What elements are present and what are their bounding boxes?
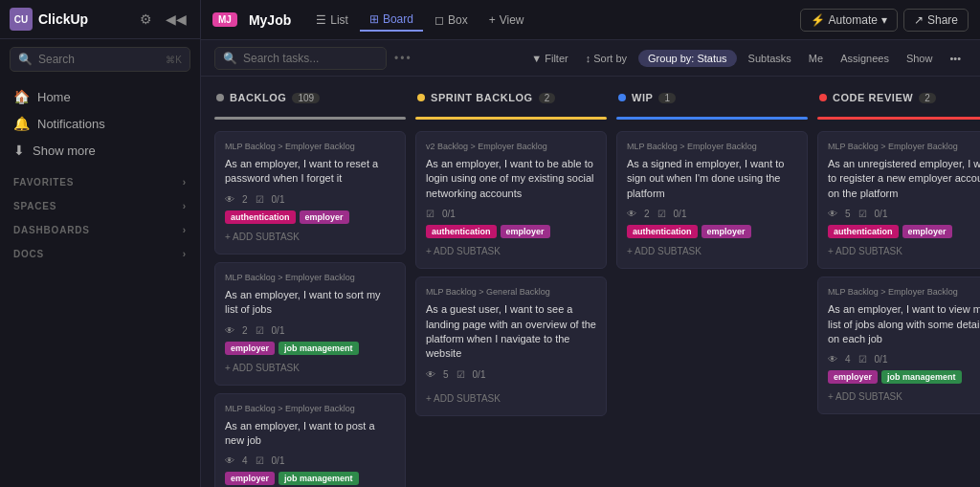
- tag-employer: employer: [300, 210, 349, 224]
- board-icon: ⊞: [369, 12, 379, 26]
- card-code-review-1[interactable]: MLP Backlog > Employer Backlog As an emp…: [817, 277, 980, 414]
- me-label: Me: [809, 53, 823, 64]
- backlog-count: 109: [292, 93, 320, 103]
- add-subtask-btn[interactable]: + ADD SUBTASK: [627, 244, 797, 258]
- workspace-badge: MJ: [212, 12, 237, 27]
- meta-check: 0/1: [272, 455, 285, 466]
- card-sprint-0[interactable]: v2 Backlog > Employer Backlog As an empl…: [415, 131, 607, 269]
- tag-employer: employer: [501, 225, 550, 238]
- tag-authentication: authentication: [225, 210, 296, 224]
- sidebar-item-home[interactable]: 🏠 Home: [0, 83, 200, 110]
- eye-icon: 👁: [225, 194, 234, 205]
- collapse-sidebar-icon[interactable]: ◀◀: [162, 10, 190, 29]
- card-breadcrumb: MLP Backlog > Employer Backlog: [828, 287, 980, 297]
- board-toolbar: 🔍 ••• ▼ Filter ↕ Sort by Group by: Statu…: [201, 40, 980, 77]
- box-icon: ◻: [434, 13, 444, 27]
- card-meta: 👁 5 ☑ 0/1: [828, 209, 980, 219]
- show-label: Show: [906, 53, 933, 64]
- tag-employer: employer: [702, 225, 751, 238]
- add-subtask-btn[interactable]: + ADD SUBTASK: [828, 244, 980, 258]
- eye-icon: 👁: [426, 369, 435, 380]
- card-title: As an employer, I want to be able to log…: [426, 157, 596, 201]
- subtasks-button[interactable]: Subtasks: [743, 50, 797, 67]
- card-backlog-1[interactable]: MLP Backlog > Employer Backlog As an emp…: [214, 262, 406, 386]
- filter-button[interactable]: ▼ Filter: [525, 50, 573, 67]
- card-backlog-0[interactable]: MLP Backlog > Employer Backlog As an emp…: [214, 131, 406, 255]
- board-search-box[interactable]: 🔍: [214, 47, 387, 70]
- column-backlog-header: BACKLOG 109: [214, 88, 406, 109]
- tab-box[interactable]: ◻ Box: [425, 10, 478, 31]
- sidebar-section-docs[interactable]: DOCS ›: [0, 239, 200, 263]
- add-subtask-btn[interactable]: + ADD SUBTASK: [828, 389, 980, 404]
- card-title: As an employer, I want to reset a passwo…: [225, 157, 395, 187]
- card-sprint-1[interactable]: MLP Backlog > General Backlog As a guest…: [415, 277, 607, 416]
- board-more-button[interactable]: •••: [944, 50, 967, 67]
- meta-count: 2: [644, 209, 650, 219]
- tab-list[interactable]: ☰ List: [306, 10, 358, 31]
- share-button[interactable]: ↗ Share: [903, 9, 969, 32]
- sidebar-item-show-more-label: Show more: [33, 144, 96, 158]
- card-meta: 👁 2 ☑ 0/1: [627, 209, 797, 219]
- check-icon: ☑: [256, 194, 264, 205]
- sprint-border: [415, 117, 607, 120]
- add-subtask-btn[interactable]: + ADD SUBTASK: [225, 230, 395, 244]
- automate-button[interactable]: ⚡ Automate ▾: [800, 9, 898, 32]
- toolbar-more-icon[interactable]: •••: [394, 52, 412, 65]
- add-subtask-btn[interactable]: + ADD SUBTASK: [426, 244, 596, 258]
- sidebar-item-home-label: Home: [37, 90, 71, 104]
- assignees-button[interactable]: Assignees: [835, 50, 895, 67]
- add-subtask-btn[interactable]: + ADD SUBTASK: [426, 391, 596, 406]
- board-search-input[interactable]: [243, 52, 378, 65]
- settings-icon[interactable]: ⚙: [136, 10, 156, 29]
- add-subtask-btn[interactable]: + ADD SUBTASK: [225, 361, 395, 375]
- sidebar-section-favorites[interactable]: FAVORITES ›: [0, 167, 200, 191]
- code-review-title: CODE REVIEW: [833, 92, 913, 103]
- card-breadcrumb: MLP Backlog > Employer Backlog: [828, 142, 980, 151]
- sprint-dot: [417, 94, 425, 101]
- meta-check: 0/1: [442, 209, 456, 219]
- meta-check: 0/1: [272, 325, 285, 336]
- card-breadcrumb: MLP Backlog > Employer Backlog: [627, 142, 797, 151]
- favorites-label: FAVORITES: [13, 177, 74, 188]
- meta-count: 5: [443, 369, 449, 380]
- meta-count: 2: [242, 325, 248, 336]
- automate-icon: ⚡: [811, 13, 825, 27]
- sidebar-item-show-more[interactable]: ⬇ Show more: [0, 137, 200, 164]
- group-by-button[interactable]: Group by: Status: [638, 50, 737, 67]
- me-button[interactable]: Me: [803, 50, 829, 67]
- card-tags: employer job management: [225, 472, 395, 485]
- card-title: As a guest user, I want to see a landing…: [426, 302, 596, 362]
- meta-check: 0/1: [674, 209, 687, 219]
- tag-authentication: authentication: [627, 225, 698, 238]
- sidebar-section-dashboards[interactable]: DASHBOARDS ›: [0, 215, 200, 239]
- card-meta: 👁 4 ☑ 0/1: [225, 455, 395, 466]
- tag-job-management: job management: [278, 342, 359, 355]
- backlog-title: BACKLOG: [230, 92, 286, 103]
- sidebar-search[interactable]: 🔍 ⌘K: [10, 47, 190, 72]
- card-wip-0[interactable]: MLP Backlog > Employer Backlog As a sign…: [616, 131, 808, 269]
- sort-button[interactable]: ↕ Sort by: [580, 50, 633, 67]
- column-wip: WIP 1 MLP Backlog > Employer Backlog As …: [616, 88, 808, 269]
- card-backlog-2[interactable]: MLP Backlog > Employer Backlog As an emp…: [214, 393, 406, 487]
- card-title: As an employer, I want to sort my list o…: [225, 288, 395, 318]
- card-title: As an unregistered employer, I want to r…: [828, 157, 980, 201]
- search-icon: 🔍: [18, 53, 33, 66]
- sidebar-item-notifications[interactable]: 🔔 Notifications: [0, 110, 200, 137]
- check-icon: ☑: [457, 369, 465, 380]
- card-code-review-0[interactable]: MLP Backlog > Employer Backlog As an unr…: [817, 131, 980, 269]
- logo: CU ClickUp: [10, 8, 88, 31]
- bell-icon: 🔔: [13, 116, 30, 131]
- tab-view[interactable]: + View: [479, 10, 534, 31]
- search-input[interactable]: [38, 53, 160, 66]
- sprint-title: SPRINT BACKLOG: [431, 92, 533, 103]
- column-sprint-backlog: SPRINT BACKLOG 2 v2 Backlog > Employer B…: [415, 88, 607, 416]
- column-backlog: BACKLOG 109 MLP Backlog > Employer Backl…: [214, 88, 406, 487]
- filter-label: Filter: [545, 53, 568, 64]
- sidebar-section-spaces[interactable]: SPACES ›: [0, 191, 200, 215]
- tab-board[interactable]: ⊞ Board: [360, 9, 423, 32]
- share-icon: ↗: [914, 13, 924, 27]
- show-button[interactable]: Show: [901, 50, 939, 67]
- share-label: Share: [927, 13, 958, 27]
- meta-count: 5: [845, 209, 851, 219]
- meta-check: 0/1: [272, 194, 285, 205]
